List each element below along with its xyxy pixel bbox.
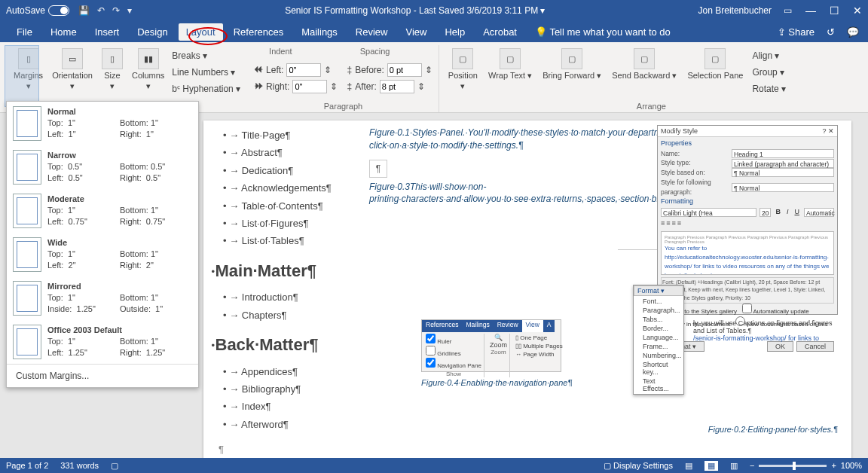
- word-count[interactable]: 331 words: [60, 461, 99, 470]
- margins-option-narrow[interactable]: NarrowTop: 0.5"Left: 0.5"Bottom: 0.5"Rig…: [7, 145, 198, 189]
- weblayout-icon[interactable]: ▥: [730, 461, 738, 471]
- save-icon[interactable]: 💾: [78, 5, 90, 16]
- close-icon[interactable]: ✕: [853, 5, 862, 17]
- paragraph-label: Paragraph: [254, 102, 432, 111]
- bold-button[interactable]: B: [774, 207, 782, 218]
- format-menu-item[interactable]: Numbering...: [638, 351, 679, 360]
- redo-icon[interactable]: ↷: [112, 5, 120, 16]
- format-menu-item[interactable]: Language...: [638, 333, 679, 342]
- share-button[interactable]: ⇪ Share: [778, 26, 815, 38]
- custom-margins-item[interactable]: Custom Margins...: [7, 364, 198, 387]
- tab-home[interactable]: Home: [43, 23, 84, 41]
- minimize-icon[interactable]: —: [805, 5, 816, 17]
- fig02-caption: Figure·0.2·Editing·panel·for·styles.¶: [708, 425, 838, 434]
- font-select[interactable]: Calibri Light (Hea: [661, 208, 756, 217]
- menubar: File Home Insert Design Layout Reference…: [0, 21, 868, 42]
- tellme[interactable]: 💡 Tell me what you want to do: [527, 23, 678, 41]
- align-left-icon[interactable]: ≡: [661, 218, 665, 229]
- undo-icon[interactable]: ↶: [97, 5, 105, 16]
- tab-references[interactable]: References: [226, 23, 291, 41]
- format-menu-item[interactable]: Tabs...: [638, 315, 679, 324]
- italic-button[interactable]: I: [785, 207, 790, 218]
- margins-option-wide[interactable]: WideTop: 1"Left: 2"Bottom: 1"Right: 2": [7, 233, 198, 276]
- tab-design[interactable]: Design: [130, 23, 175, 41]
- format-menu-item[interactable]: Shortcut key...: [638, 360, 679, 377]
- indent-left-icon: ⯬: [254, 65, 263, 75]
- zoom-in-icon[interactable]: +: [831, 461, 836, 470]
- underline-button[interactable]: U: [793, 207, 802, 218]
- margins-option-normal[interactable]: NormalTop: 1"Left: 1"Bottom: 1"Right: 1": [7, 102, 198, 145]
- breaks-button[interactable]: Breaks ▾: [170, 50, 242, 62]
- zoom-slider[interactable]: − + 100%: [750, 461, 862, 470]
- selectionpane-button[interactable]: ▢Selection Pane: [684, 47, 746, 95]
- autosave-toggle[interactable]: [48, 5, 69, 16]
- dialog-help-icon[interactable]: ?: [822, 127, 826, 135]
- margins-option-office-2003-default[interactable]: Office 2003 DefaultTop: 1"Left: 1.25"Bot…: [7, 320, 198, 364]
- tab-layout[interactable]: Layout: [179, 23, 223, 41]
- spacing-after-input[interactable]: [380, 80, 414, 93]
- ribbon-display-icon[interactable]: ▭: [784, 5, 792, 16]
- margins-option-moderate[interactable]: ModerateTop: 1"Left: 0.75"Bottom: 1"Righ…: [7, 189, 198, 233]
- columns-button[interactable]: ▮▮Columns▾: [129, 47, 167, 95]
- autosave[interactable]: AutoSave: [6, 5, 69, 16]
- display-settings[interactable]: ▢ Display Settings: [604, 461, 673, 471]
- tab-insert[interactable]: Insert: [87, 23, 127, 41]
- tab-file[interactable]: File: [9, 23, 40, 41]
- zoom-out-icon[interactable]: −: [750, 461, 754, 470]
- group-button[interactable]: Group ▾: [750, 66, 787, 78]
- auto-update-checkbox[interactable]: [742, 304, 752, 313]
- modify-style-dialog: Modify Style? ✕ Properties Name:Heading …: [657, 125, 838, 315]
- format-menu-item[interactable]: Font...: [638, 297, 679, 306]
- indent-left-input[interactable]: [286, 63, 321, 77]
- style-name-input[interactable]: Heading 1: [732, 149, 834, 158]
- hyphenation-button[interactable]: bᶜ Hyphenation ▾: [170, 83, 242, 95]
- style-type-select[interactable]: Linked (paragraph and character): [732, 159, 834, 168]
- list-item: • → List·of·Tables¶: [219, 232, 354, 249]
- history-icon[interactable]: ↺: [827, 26, 835, 38]
- ok-button[interactable]: OK: [767, 341, 793, 352]
- tab-view[interactable]: View: [398, 23, 434, 41]
- size-button[interactable]: ▯Size▾: [99, 47, 126, 95]
- wraptext-button[interactable]: ▢Wrap Text ▾: [485, 47, 535, 95]
- pilcrow: ¶: [219, 441, 354, 458]
- format-menu-item[interactable]: Frame...: [638, 342, 679, 351]
- bringforward-button[interactable]: ▢Bring Forward ▾: [539, 47, 604, 95]
- align-justify-icon[interactable]: ≡: [677, 218, 681, 229]
- align-right-icon[interactable]: ≡: [672, 218, 676, 229]
- format-menu: Format ▾ Font...Paragraph...Tabs...Borde…: [633, 285, 684, 395]
- fontsize-select[interactable]: 20: [760, 208, 771, 217]
- page-indicator[interactable]: Page 1 of 2: [6, 461, 48, 470]
- format-menu-header[interactable]: Format ▾: [634, 285, 683, 296]
- maximize-icon[interactable]: ☐: [830, 5, 839, 17]
- tab-review[interactable]: Review: [348, 23, 396, 41]
- tab-mailings[interactable]: Mailings: [294, 23, 345, 41]
- readmode-icon[interactable]: ▤: [685, 461, 692, 471]
- format-menu-item[interactable]: Text Effects...: [638, 377, 679, 393]
- printlayout-icon[interactable]: ▦: [704, 461, 718, 471]
- user-name[interactable]: Jon Breitenbucher: [698, 5, 772, 16]
- qat-dropdown-icon[interactable]: ▾: [127, 5, 132, 16]
- sendbackward-button[interactable]: ▢Send Backward ▾: [609, 47, 680, 95]
- align-button[interactable]: Align ▾: [750, 50, 787, 62]
- tab-help[interactable]: Help: [437, 23, 472, 41]
- orientation-button[interactable]: ▭Orientation▾: [49, 47, 96, 95]
- comments-icon[interactable]: 💬: [847, 26, 859, 38]
- format-menu-item[interactable]: Border...: [638, 324, 679, 333]
- align-center-icon[interactable]: ≡: [666, 218, 670, 229]
- margins-button-highlight: [5, 45, 39, 107]
- tab-acrobat[interactable]: Acrobat: [475, 23, 524, 41]
- style-based-select[interactable]: ¶ Normal: [732, 168, 834, 177]
- format-menu-item[interactable]: Paragraph...: [638, 306, 679, 315]
- position-button[interactable]: ▢Position▾: [445, 47, 481, 95]
- pilcrow-icon[interactable]: ¶: [369, 160, 387, 178]
- zoom-level[interactable]: 100%: [841, 461, 862, 470]
- spacing-before-input[interactable]: [387, 63, 422, 77]
- spellcheck-icon[interactable]: ▢: [111, 461, 118, 471]
- cancel-button[interactable]: Cancel: [796, 341, 834, 352]
- linenumbers-button[interactable]: Line Numbers ▾: [170, 66, 242, 78]
- style-follow-select[interactable]: ¶ Normal: [732, 183, 834, 192]
- rotate-button[interactable]: Rotate ▾: [750, 83, 787, 95]
- margins-option-mirrored[interactable]: MirroredTop: 1"Inside: 1.25"Bottom: 1"Ou…: [7, 276, 198, 320]
- indent-right-input[interactable]: [292, 80, 327, 93]
- dialog-close-icon[interactable]: ✕: [828, 127, 834, 135]
